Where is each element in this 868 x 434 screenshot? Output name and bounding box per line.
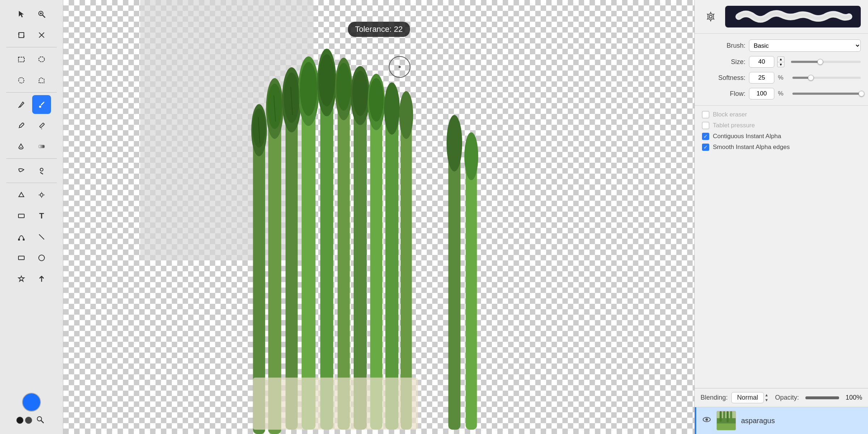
- svg-point-59: [447, 115, 462, 171]
- tolerance-badge: Tolerance: 22: [348, 22, 410, 37]
- size-input[interactable]: 40: [749, 56, 774, 68]
- canvas-area[interactable]: Tolerance: 22: [63, 0, 694, 434]
- tablet-pressure-checkbox[interactable]: [702, 122, 709, 129]
- foreground-color-swatch[interactable]: [22, 393, 41, 412]
- ellipse-draw-tool[interactable]: [12, 248, 31, 267]
- brush-stroke-preview: [725, 6, 861, 27]
- arrow-tool[interactable]: [12, 5, 31, 24]
- paint-brush-tool[interactable]: [32, 95, 51, 114]
- blending-label: Blending:: [701, 394, 728, 401]
- pen-tool[interactable]: [12, 95, 31, 114]
- svg-point-67: [336, 63, 351, 111]
- gear-icon-button[interactable]: [702, 8, 719, 25]
- svg-rect-70: [253, 378, 418, 430]
- tool-row-12: [12, 248, 51, 267]
- rect-select-tool[interactable]: [12, 50, 31, 69]
- tool-row-5: [12, 95, 51, 114]
- tool-row-8: [12, 161, 51, 180]
- text-tool[interactable]: T: [32, 207, 51, 225]
- checkbox-section: Block eraser Tablet pressure ✓ Contiguou…: [695, 106, 868, 156]
- svg-line-13: [18, 107, 19, 108]
- tool-row-11: [12, 227, 51, 246]
- flow-input[interactable]: 100: [749, 88, 774, 99]
- svg-rect-10: [18, 57, 24, 62]
- svg-line-15: [19, 127, 20, 128]
- arrow-up-tool[interactable]: [32, 269, 51, 288]
- contiguous-alpha-checkbox[interactable]: ✓: [702, 133, 709, 140]
- flow-slider[interactable]: [792, 93, 861, 95]
- star-tool[interactable]: [12, 269, 31, 288]
- blending-bar: Blending: Normal ▲ ▼ Opacity: 100%: [695, 388, 868, 407]
- right-panel: Brush: Basic Size: 40 ▲ ▼ Softness: 25 %: [694, 0, 868, 434]
- brush-label: Brush:: [702, 42, 745, 50]
- brightness-tool[interactable]: [32, 186, 51, 204]
- size-row: Size: 40 ▲ ▼: [702, 54, 861, 70]
- separator-3: [6, 158, 56, 159]
- flow-unit: %: [778, 90, 789, 97]
- ellipse-select-tool[interactable]: [32, 50, 51, 69]
- ruler-tool[interactable]: [32, 227, 51, 246]
- svg-point-66: [319, 54, 335, 106]
- svg-point-61: [464, 132, 478, 180]
- lasso-tool[interactable]: [12, 71, 31, 90]
- brush-select[interactable]: Basic: [749, 39, 861, 52]
- canvas-svg: [63, 0, 694, 434]
- tolerance-text: Tolerance: 22: [355, 25, 403, 34]
- svg-rect-16: [39, 123, 44, 128]
- smudge-tool[interactable]: [12, 161, 31, 180]
- svg-rect-31: [18, 256, 24, 260]
- size-increment-btn[interactable]: ▲: [777, 56, 784, 62]
- eyedropper-tool[interactable]: [12, 116, 31, 135]
- svg-point-65: [300, 62, 317, 116]
- separator-2: [6, 92, 56, 93]
- svg-point-14: [39, 106, 41, 108]
- gradient-tool[interactable]: [32, 137, 51, 156]
- svg-point-68: [352, 71, 368, 116]
- pencil-tool[interactable]: [32, 116, 51, 135]
- blending-arrows[interactable]: ▲ ▼: [765, 393, 769, 402]
- contiguous-alpha-row: ✓ Contiguous Instant Alpha: [702, 131, 861, 142]
- svg-rect-58: [448, 143, 461, 430]
- crop-tool[interactable]: [12, 26, 31, 44]
- tablet-pressure-label: Tablet pressure: [713, 122, 755, 129]
- svg-line-2: [43, 15, 45, 17]
- rect-draw-tool[interactable]: [12, 207, 31, 225]
- layer-visibility-icon[interactable]: [702, 415, 711, 426]
- block-eraser-checkbox[interactable]: [702, 111, 709, 118]
- blending-value[interactable]: Normal: [731, 392, 764, 403]
- svg-rect-82: [723, 411, 725, 421]
- size-decrement-btn[interactable]: ▼: [777, 62, 784, 67]
- svg-line-36: [41, 421, 43, 423]
- softness-slider[interactable]: [792, 77, 861, 79]
- block-eraser-label: Block eraser: [713, 111, 747, 118]
- flow-row: Flow: 100 %: [702, 86, 861, 102]
- smooth-alpha-checkbox[interactable]: ✓: [702, 144, 709, 151]
- magnifier-icon[interactable]: [34, 414, 47, 427]
- shape-tool[interactable]: [12, 186, 31, 204]
- svg-point-11: [39, 57, 44, 62]
- separator-1: [6, 47, 56, 47]
- circle-draw-tool[interactable]: [32, 248, 51, 267]
- color-section: [16, 393, 47, 430]
- tool-row-10: T: [12, 207, 51, 225]
- svg-rect-27: [18, 214, 24, 218]
- toolbar: T: [0, 0, 63, 434]
- tool-row-13: [12, 269, 51, 288]
- bezier-draw-tool[interactable]: [12, 227, 31, 246]
- tool-row-2: [12, 26, 51, 44]
- dodge-tool[interactable]: [32, 161, 51, 180]
- zoom-tool[interactable]: [32, 5, 51, 24]
- layer-row[interactable]: asparagus: [695, 407, 868, 434]
- svg-line-21: [41, 173, 43, 174]
- opacity-slider[interactable]: [805, 396, 839, 399]
- transform-tool[interactable]: [32, 26, 51, 44]
- smooth-alpha-row: ✓ Smooth Instant Alpha edges: [702, 142, 861, 153]
- dark-swatch[interactable]: [25, 417, 32, 424]
- softness-input[interactable]: 25: [749, 72, 774, 84]
- svg-point-55: [384, 82, 400, 135]
- paint-bucket-tool[interactable]: [12, 137, 31, 156]
- size-slider[interactable]: [791, 61, 861, 63]
- svg-rect-84: [730, 411, 732, 420]
- black-swatch[interactable]: [16, 417, 24, 424]
- poly-lasso-tool[interactable]: [32, 71, 51, 90]
